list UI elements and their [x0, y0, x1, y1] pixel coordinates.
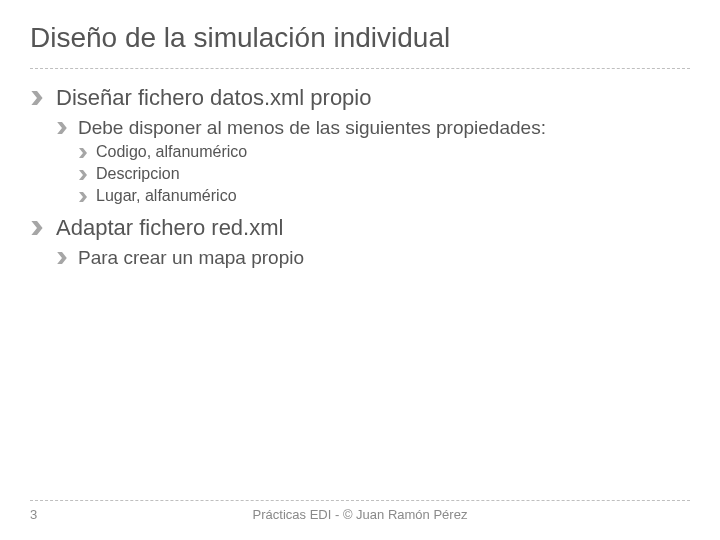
list-item: Codigo, alfanumérico: [78, 143, 690, 161]
arrow-right-icon: [56, 122, 68, 134]
slide-body: Diseñar fichero datos.xml propio Debe di…: [0, 69, 720, 269]
sublist: Codigo, alfanumérico Descripcion: [78, 143, 690, 205]
arrow-right-icon: [78, 192, 88, 202]
footer: 3 Prácticas EDI - © Juan Ramón Pérez: [0, 500, 720, 522]
list-item: Para crear un mapa propio: [56, 247, 690, 269]
list-item-text: Adaptar fichero red.xml: [56, 215, 283, 240]
list-item: Descripcion: [78, 165, 690, 183]
footer-text: Prácticas EDI - © Juan Ramón Pérez: [70, 507, 650, 522]
list-item-text: Para crear un mapa propio: [78, 247, 304, 268]
list-item-text: Codigo, alfanumérico: [96, 143, 247, 160]
bullet-list: Diseñar fichero datos.xml propio Debe di…: [30, 85, 690, 269]
slide-title: Diseño de la simulación individual: [30, 22, 690, 54]
arrow-right-icon: [78, 170, 88, 180]
arrow-right-icon: [78, 148, 88, 158]
arrow-right-icon: [56, 252, 68, 264]
list-item: Adaptar fichero red.xml Para crear un ma…: [30, 215, 690, 269]
sublist: Para crear un mapa propio: [56, 247, 690, 269]
slide: Diseño de la simulación individual Diseñ…: [0, 0, 720, 540]
list-item: Lugar, alfanumérico: [78, 187, 690, 205]
list-item: Debe disponer al menos de las siguientes…: [56, 117, 690, 205]
list-item: Diseñar fichero datos.xml propio Debe di…: [30, 85, 690, 205]
page-number: 3: [30, 507, 70, 522]
sublist: Debe disponer al menos de las siguientes…: [56, 117, 690, 205]
list-item-text: Lugar, alfanumérico: [96, 187, 237, 204]
list-item-text: Debe disponer al menos de las siguientes…: [78, 117, 546, 138]
footer-row: 3 Prácticas EDI - © Juan Ramón Pérez: [0, 507, 720, 522]
list-item-text: Diseñar fichero datos.xml propio: [56, 85, 371, 110]
footer-rule: [30, 500, 690, 501]
arrow-right-icon: [30, 221, 44, 235]
list-item-text: Descripcion: [96, 165, 180, 182]
title-area: Diseño de la simulación individual: [0, 0, 720, 68]
arrow-right-icon: [30, 91, 44, 105]
